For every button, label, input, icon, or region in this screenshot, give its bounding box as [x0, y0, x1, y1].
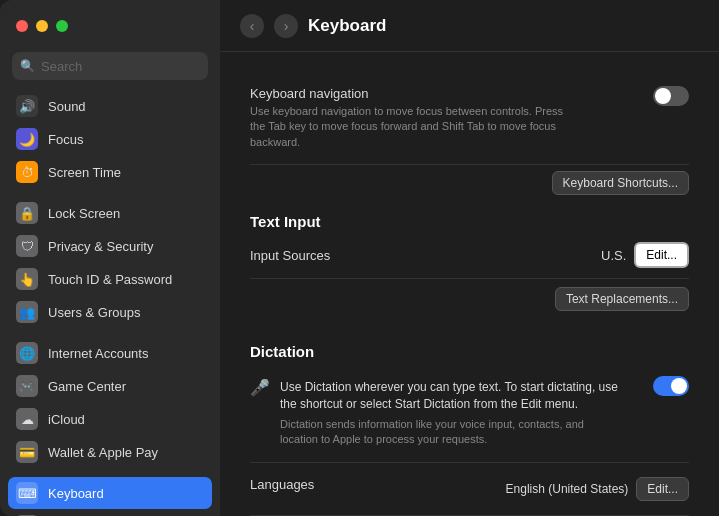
search-bar[interactable]: 🔍 Search — [12, 52, 208, 80]
sidebar-item-privacy-security[interactable]: 🛡 Privacy & Security — [8, 230, 212, 262]
sidebar-list: 🔊 Sound 🌙 Focus ⏱ Screen Time 🔒 Lock Scr… — [0, 90, 220, 516]
keyboard-navigation-controls — [653, 86, 689, 106]
internet-accounts-icon: 🌐 — [16, 342, 38, 364]
sidebar-item-sound[interactable]: 🔊 Sound — [8, 90, 212, 122]
input-sources-controls: U.S. Edit... — [601, 242, 689, 268]
users-groups-icon: 👥 — [16, 301, 38, 323]
sidebar-item-icloud[interactable]: ☁ iCloud — [8, 403, 212, 435]
input-sources-row: Input Sources U.S. Edit... — [250, 232, 689, 279]
icloud-icon: ☁ — [16, 408, 38, 430]
microphone-icon: 🎤 — [250, 378, 270, 397]
sidebar: 🔍 Search 🔊 Sound 🌙 Focus ⏱ Screen Time 🔒… — [0, 0, 220, 516]
text-replacements-button[interactable]: Text Replacements... — [555, 287, 689, 311]
keyboard-shortcuts-button[interactable]: Keyboard Shortcuts... — [552, 171, 689, 195]
dictation-section: Dictation 🎤 Use Dictation wherever you c… — [250, 343, 689, 516]
sidebar-item-touch-id[interactable]: 👆 Touch ID & Password — [8, 263, 212, 295]
maximize-button[interactable] — [56, 20, 68, 32]
sidebar-item-label: Screen Time — [48, 165, 121, 180]
sidebar-item-label: Users & Groups — [48, 305, 140, 320]
sidebar-item-label: Privacy & Security — [48, 239, 153, 254]
sidebar-item-label: Focus — [48, 132, 83, 147]
sidebar-item-screen-time[interactable]: ⏱ Screen Time — [8, 156, 212, 188]
sidebar-item-lock-screen[interactable]: 🔒 Lock Screen — [8, 197, 212, 229]
main-content-area: ‹ › Keyboard Keyboard navigation Use key… — [220, 0, 719, 516]
text-input-section: Text Input Input Sources U.S. Edit... Te… — [250, 213, 689, 319]
screen-time-icon: ⏱ — [16, 161, 38, 183]
sound-icon: 🔊 — [16, 95, 38, 117]
search-placeholder: Search — [41, 59, 82, 74]
dictation-toggle-container — [653, 376, 689, 396]
input-sources-value: U.S. — [601, 248, 626, 263]
languages-row: Languages English (United States) Edit..… — [250, 463, 689, 516]
nav-back-button[interactable]: ‹ — [240, 14, 264, 38]
languages-edit-button[interactable]: Edit... — [636, 477, 689, 501]
keyboard-navigation-row: Keyboard navigation Use keyboard navigat… — [250, 72, 689, 165]
dictation-info: 🎤 Use Dictation wherever you can type te… — [250, 376, 620, 447]
languages-label: Languages — [250, 477, 314, 492]
game-center-icon: 🎮 — [16, 375, 38, 397]
sidebar-item-label: Sound — [48, 99, 86, 114]
sidebar-item-users-groups[interactable]: 👥 Users & Groups — [8, 296, 212, 328]
lock-screen-icon: 🔒 — [16, 202, 38, 224]
sidebar-item-label: Keyboard — [48, 486, 104, 501]
sidebar-item-label: Lock Screen — [48, 206, 120, 221]
sidebar-item-label: Wallet & Apple Pay — [48, 445, 158, 460]
input-sources-edit-button[interactable]: Edit... — [634, 242, 689, 268]
sidebar-item-label: Internet Accounts — [48, 346, 148, 361]
dictation-text: Use Dictation wherever you can type text… — [280, 376, 620, 447]
dictation-header: Dictation — [250, 343, 689, 360]
sidebar-item-label: Touch ID & Password — [48, 272, 172, 287]
sidebar-item-wallet[interactable]: 💳 Wallet & Apple Pay — [8, 436, 212, 468]
titlebar — [0, 0, 220, 52]
dictation-desc: Use Dictation wherever you can type text… — [280, 379, 620, 413]
sidebar-item-keyboard[interactable]: ⌨ Keyboard — [8, 477, 212, 509]
main-header: ‹ › Keyboard — [220, 0, 719, 52]
sidebar-item-label: Game Center — [48, 379, 126, 394]
dictation-note: Dictation sends information like your vo… — [280, 417, 620, 448]
touch-id-icon: 👆 — [16, 268, 38, 290]
sidebar-item-game-center[interactable]: 🎮 Game Center — [8, 370, 212, 402]
privacy-security-icon: 🛡 — [16, 235, 38, 257]
search-icon: 🔍 — [20, 59, 35, 73]
sidebar-item-label: iCloud — [48, 412, 85, 427]
keyboard-navigation-desc: Use keyboard navigation to move focus be… — [250, 104, 570, 150]
languages-value: English (United States) — [506, 482, 629, 496]
sidebar-item-focus[interactable]: 🌙 Focus — [8, 123, 212, 155]
sidebar-item-trackpad[interactable]: ⬛ Trackpad — [8, 510, 212, 516]
focus-icon: 🌙 — [16, 128, 38, 150]
dictation-row: 🎤 Use Dictation wherever you can type te… — [250, 362, 689, 462]
minimize-button[interactable] — [36, 20, 48, 32]
page-title: Keyboard — [308, 16, 386, 36]
keyboard-navigation-toggle[interactable] — [653, 86, 689, 106]
keyboard-navigation-label: Keyboard navigation — [250, 86, 570, 101]
keyboard-icon: ⌨ — [16, 482, 38, 504]
text-input-header: Text Input — [250, 213, 689, 230]
keyboard-navigation-info: Keyboard navigation Use keyboard navigat… — [250, 86, 570, 150]
languages-controls: English (United States) Edit... — [506, 477, 689, 501]
close-button[interactable] — [16, 20, 28, 32]
wallet-icon: 💳 — [16, 441, 38, 463]
nav-forward-button[interactable]: › — [274, 14, 298, 38]
input-sources-label: Input Sources — [250, 248, 330, 263]
dictation-toggle[interactable] — [653, 376, 689, 396]
main-scroll-area: Keyboard navigation Use keyboard navigat… — [220, 52, 719, 516]
sidebar-item-internet-accounts[interactable]: 🌐 Internet Accounts — [8, 337, 212, 369]
